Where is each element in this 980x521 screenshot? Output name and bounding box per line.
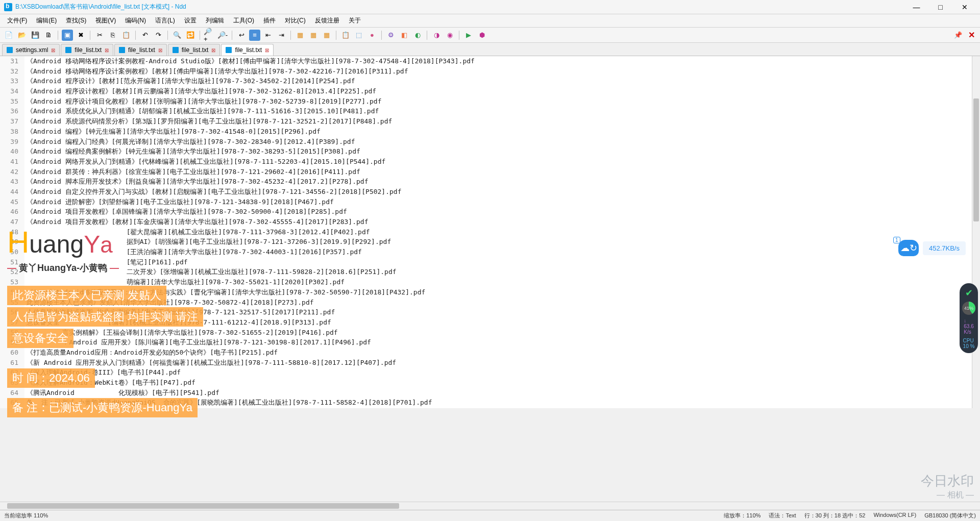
menu-插件[interactable]: 插件 <box>259 15 280 27</box>
panel-close-icon[interactable]: ✕ <box>966 30 977 41</box>
word-wrap-icon[interactable]: ↩ <box>236 30 247 41</box>
menu-编码(N)[interactable]: 编码(N) <box>121 15 150 27</box>
maximize-button[interactable]: □ <box>929 0 952 14</box>
tb-icon-3[interactable]: ▦ <box>321 30 332 41</box>
code-line[interactable]: 《Android 程序设计项目化教程》[教材][张明编著][清华大学出版社][9… <box>24 96 972 107</box>
tb-icon-2[interactable]: ▦ <box>308 30 319 41</box>
code-line[interactable]: 此资源楼主本人已亲测》发贴人[清华大学出版社][978-7-302-50872-… <box>24 297 972 308</box>
tb-icon-10[interactable]: ◑ <box>431 30 442 41</box>
search-icon[interactable]: 🔍 <box>172 30 183 41</box>
open-file-icon[interactable]: 📂 <box>16 30 28 41</box>
pin-icon[interactable]: 📌 <box>952 30 964 41</box>
menu-对比(C)[interactable]: 对比(C) <box>281 15 310 27</box>
tb-icon-7[interactable]: ⚙ <box>385 30 397 41</box>
code-line[interactable]: 《新 Android 应用开发从入门到精通》[何福贵编著][机械工业出版社][9… <box>24 358 972 368</box>
code-line[interactable]: 《Android 自定义控件开发入门与实战》[教材][启舰编著][电子工业出版社… <box>24 187 972 197</box>
undo-icon[interactable]: ↶ <box>139 30 151 41</box>
code-line[interactable]: 《Android 进阶解密》[刘望舒编著][电子工业出版社][978-7-121… <box>24 197 972 207</box>
code-line[interactable]: 《腾讯Android 化现模核》[电子书][P541].pdf <box>24 388 972 398</box>
file-tab-0[interactable]: settings.xml⊠ <box>2 44 60 56</box>
save-icon[interactable]: 💾 <box>30 30 41 41</box>
code-line[interactable]: 《Android 编程经典案例解析》[钟元生编著][清华大学出版社][978-7… <box>24 146 972 157</box>
tab-close-icon[interactable]: ⊠ <box>211 47 215 53</box>
code-line[interactable]: 《Android 移动网络程序设计案例教程》[教材][傅由甲编著][清华大学出版… <box>24 66 972 77</box>
code-line[interactable]: 《Java与Android移动应用开发：技术、方法与实践》[曹化宇编著][清华大… <box>24 287 972 297</box>
toolbar-mode-icon[interactable]: ▣ <box>62 30 73 41</box>
system-monitor-widget[interactable]: ✔ 41% ↓63.6K/s CPU10 % <box>960 283 978 353</box>
code-line[interactable]: 备 注：已测试-小黄鸭资源dHuangYaiOS 合的实践》[展晓凯编著][机械… <box>24 398 972 408</box>
redo-icon[interactable]: ↷ <box>153 30 164 41</box>
code-line[interactable]: 据到AI》[胡强编著][电子工业出版社][978-7-121-37206-3][… <box>24 237 972 247</box>
status-eol[interactable]: Windows(CR LF) <box>873 512 916 519</box>
code-line[interactable]: 《Android 程序设计》[教材][范永开编著][清华大学出版社][978-7… <box>24 76 972 86</box>
tb-icon-8[interactable]: ◧ <box>399 30 410 41</box>
code-line[interactable]: 《Android 编程入门经典》[何晨光译制][清华大学出版社][978-7-3… <box>24 137 972 147</box>
file-tab-2[interactable]: file_list.txt⊠ <box>114 44 167 56</box>
horizontal-scrollbar[interactable] <box>0 502 980 510</box>
menu-查找(S)[interactable]: 查找(S) <box>62 15 90 27</box>
tb-icon-9[interactable]: ◐ <box>412 30 423 41</box>
code-line[interactable]: 《深入理解Android：WebKit卷》[电子书][P47].pdf <box>24 378 972 388</box>
tb-icon-5[interactable]: ⬚ <box>353 30 364 41</box>
menu-文件(F)[interactable]: 文件(F) <box>3 15 31 27</box>
show-symbols-icon[interactable]: ≡ <box>249 30 260 41</box>
status-encoding[interactable]: GB18030 (简体中文) <box>924 512 976 519</box>
cloud-download-widget[interactable]: 1☁↻ 452.7KB/s <box>898 240 966 256</box>
code-line[interactable]: 《Android 网络开发从入门到精通》[代林峰编著][机械工业出版社][978… <box>24 157 972 167</box>
menu-列编辑[interactable]: 列编辑 <box>202 15 228 27</box>
copy-icon[interactable]: ⎘ <box>107 30 118 41</box>
code-line[interactable]: 《Android 项目开发教程》[卓国锋编著][清华大学出版社][978-7-3… <box>24 207 972 217</box>
tab-close-icon[interactable]: ⊠ <box>51 47 55 53</box>
code-line[interactable]: 《Android 系统优化从入门到精通》[胡郁编著][机械工业出版社][978-… <box>24 106 972 116</box>
tab-close-icon[interactable]: ⊠ <box>265 47 269 53</box>
code-line[interactable]: 言实例精解》[王福会译制][清华大学出版社][978-7-302-51655-2… <box>24 328 972 338</box>
code-line[interactable]: 萌编著][清华大学出版社][978-7-302-55021-1][2020][P… <box>24 277 972 287</box>
code-line[interactable]: 《Android 群英传：神兵利器》[徐宜生编著][电子工业出版社][978-7… <box>24 167 972 177</box>
code-line[interactable]: 《Android 移动网络程序设计案例教程-Android Studio版》[教… <box>24 56 972 66</box>
zoom-in-icon[interactable]: 🔎+ <box>204 30 215 41</box>
menu-关于[interactable]: 关于 <box>345 15 365 27</box>
tb-icon-13[interactable]: ⬢ <box>476 30 487 41</box>
tb-icon-12[interactable]: ▶ <box>463 30 474 41</box>
tb-icon-4[interactable]: 📋 <box>340 30 351 41</box>
menu-编辑(E)[interactable]: 编辑(E) <box>32 15 61 27</box>
tab-close-icon[interactable]: ⊠ <box>105 47 109 53</box>
code-line[interactable]: 《深入理解Android-卷III》[电子书][P44].pdf <box>24 367 972 378</box>
code-line[interactable]: 《Android 系统源代码情景分析》[第3版][罗升阳编著][电子工业出版社]… <box>24 116 972 127</box>
code-line[interactable]: 《Android 编程》[钟元生编著][清华大学出版社][978-7-302-4… <box>24 127 972 137</box>
cut-icon[interactable]: ✂ <box>94 30 105 41</box>
code-line[interactable]: ：Android 应用开发》[陈川编著][电子工业出版社][978-7-121-… <box>24 337 972 348</box>
file-tab-4[interactable]: file_list.txt⊠ <box>221 44 274 56</box>
file-tab-1[interactable]: file_list.txt⊠ <box>61 44 113 56</box>
code-line[interactable]: 《Android 程序设计教程》[教材][肖云鹏编著][清华大学出版社][978… <box>24 86 972 96</box>
code-line[interactable]: 人信息皆为盗贴或盗图 均非实测编著][电子工业出版社][978-7-121-32… <box>24 307 972 317</box>
code-line[interactable]: 意设备安全 [编著][机械工业出版社][978-7-111-61212-4][2… <box>24 317 972 328</box>
code-line[interactable]: 《打造高质量Android应用：Android开发必知的50个诀窍》[电子书][… <box>24 348 972 358</box>
vertical-scrollbar[interactable] <box>972 56 980 408</box>
close-button[interactable]: ✕ <box>953 0 976 14</box>
paste-icon[interactable]: 📋 <box>120 30 132 41</box>
code-line[interactable]: [笔记][P161].pdf <box>24 257 972 267</box>
replace-icon[interactable]: 🔁 <box>185 30 196 41</box>
code-line[interactable]: 《Android 脚本应用开发技术》[刑益良编著][清华大学出版社][978-7… <box>24 177 972 187</box>
file-tab-3[interactable]: file_list.txt⊠ <box>168 44 220 56</box>
code-line[interactable]: 二次开发》[张增编著][机械工业出版社][978-7-111-59828-2][… <box>24 267 972 277</box>
indent-left-icon[interactable]: ⇤ <box>262 30 274 41</box>
zoom-out-icon[interactable]: 🔎- <box>217 30 228 41</box>
menu-语言(L)[interactable]: 语言(L) <box>151 15 179 27</box>
close-file-icon[interactable]: ✖ <box>75 30 86 41</box>
tab-close-icon[interactable]: ⊠ <box>158 47 162 53</box>
tb-icon-6[interactable]: ● <box>366 30 378 41</box>
menu-工具(O)[interactable]: 工具(O) <box>229 15 258 27</box>
new-file-icon[interactable]: 📄 <box>3 30 14 41</box>
menu-设置[interactable]: 设置 <box>180 15 201 27</box>
tb-icon-1[interactable]: ▦ <box>295 30 306 41</box>
tb-icon-11[interactable]: ◉ <box>444 30 455 41</box>
code-line[interactable]: [翟大昆编著][机械工业出版社][978-7-111-37968-3][2012… <box>24 227 972 237</box>
minimize-button[interactable]: — <box>905 0 928 14</box>
code-line[interactable]: 《Android 项目开发教程》[教材][车金庆编著][清华大学出版社][978… <box>24 217 972 227</box>
indent-right-icon[interactable]: ⇥ <box>276 30 287 41</box>
menu-视图(V)[interactable]: 视图(V) <box>91 15 120 27</box>
save-all-icon[interactable]: 🗎 <box>43 30 54 41</box>
menu-反馈注册[interactable]: 反馈注册 <box>311 15 344 27</box>
